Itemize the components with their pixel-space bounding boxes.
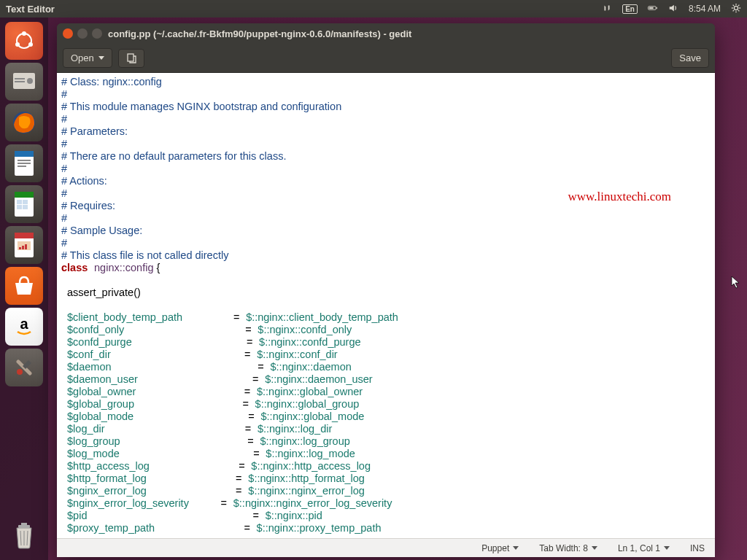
open-button[interactable]: Open <box>63 48 112 68</box>
svg-point-3 <box>734 6 738 9</box>
svg-rect-20 <box>17 200 22 204</box>
svg-rect-23 <box>23 205 28 209</box>
keyboard-indicator[interactable]: En <box>622 4 638 14</box>
save-button[interactable]: Save <box>671 48 709 68</box>
svg-point-5 <box>22 31 26 36</box>
app-title: Text Editor <box>6 4 602 15</box>
svg-point-6 <box>15 42 20 47</box>
save-button-label: Save <box>679 52 701 63</box>
statusbar-insert-mode[interactable]: INS <box>690 543 705 553</box>
svg-point-7 <box>28 42 33 47</box>
statusbar-tabwidth[interactable]: Tab Width: 8 <box>539 543 597 553</box>
svg-rect-27 <box>19 247 21 249</box>
svg-rect-1 <box>657 7 657 8</box>
svg-rect-25 <box>15 233 34 238</box>
svg-point-31 <box>17 369 23 375</box>
launcher-impress[interactable] <box>5 226 43 264</box>
svg-rect-37 <box>21 523 27 525</box>
svg-rect-14 <box>15 151 34 157</box>
window-close-button[interactable] <box>63 28 73 39</box>
svg-rect-28 <box>22 246 24 249</box>
gedit-toolbar: Open Save <box>57 44 715 73</box>
new-tab-button[interactable] <box>118 49 144 68</box>
svg-rect-16 <box>18 163 31 164</box>
open-button-label: Open <box>71 52 94 63</box>
gear-icon[interactable] <box>731 3 741 15</box>
launcher-firefox[interactable] <box>5 104 43 141</box>
launcher-writer[interactable] <box>5 144 43 182</box>
svg-rect-10 <box>15 81 25 82</box>
launcher-dash[interactable] <box>5 22 43 60</box>
chevron-down-icon <box>664 546 670 550</box>
window-titlebar[interactable]: config.pp (~/.cache/.fr-Bkfm90/puppet-ng… <box>57 23 715 44</box>
svg-rect-19 <box>15 192 34 198</box>
launcher-amazon[interactable]: a <box>5 308 43 346</box>
svg-text:a: a <box>20 316 28 332</box>
svg-rect-22 <box>17 205 22 209</box>
launcher-calc[interactable] <box>5 185 43 223</box>
svg-rect-21 <box>23 200 28 204</box>
svg-rect-9 <box>15 78 25 79</box>
launcher-settings[interactable] <box>5 349 43 386</box>
svg-rect-41 <box>128 54 133 61</box>
svg-rect-17 <box>18 166 26 167</box>
window-maximize-button[interactable] <box>92 28 102 39</box>
code-content[interactable]: # Class: nginx::config # # This module m… <box>57 73 715 537</box>
window-minimize-button[interactable] <box>77 28 88 39</box>
launcher-trash[interactable] <box>5 516 43 554</box>
mouse-cursor <box>731 276 741 293</box>
system-tray: En 8:54 AM <box>602 3 741 15</box>
statusbar: Puppet Tab Width: 8 Ln 1, Col 1 INS <box>57 538 715 557</box>
unity-launcher: a <box>0 18 48 560</box>
statusbar-language[interactable]: Puppet <box>481 543 519 553</box>
statusbar-position[interactable]: Ln 1, Col 1 <box>618 543 670 553</box>
window-title: config.pp (~/.cache/.fr-Bkfm90/puppet-ng… <box>108 28 411 39</box>
svg-rect-15 <box>18 160 31 161</box>
network-icon[interactable] <box>602 3 612 15</box>
sound-icon[interactable] <box>668 3 678 15</box>
svg-point-11 <box>27 78 33 84</box>
chevron-down-icon <box>98 56 104 60</box>
chevron-down-icon <box>513 546 519 550</box>
launcher-software[interactable] <box>5 267 43 305</box>
svg-rect-2 <box>649 7 654 8</box>
editor-area[interactable]: www.linuxtechi.com # Class: nginx::confi… <box>57 73 715 538</box>
gedit-window: config.pp (~/.cache/.fr-Bkfm90/puppet-ng… <box>57 23 715 557</box>
svg-rect-36 <box>18 525 30 528</box>
clock[interactable]: 8:54 AM <box>689 4 721 14</box>
chevron-down-icon <box>592 546 597 550</box>
top-menubar: Text Editor En 8:54 AM <box>0 0 747 18</box>
battery-icon[interactable] <box>648 3 658 15</box>
watermark-text: www.linuxtechi.com <box>568 190 671 204</box>
launcher-files[interactable] <box>5 63 43 101</box>
svg-rect-29 <box>25 244 27 249</box>
